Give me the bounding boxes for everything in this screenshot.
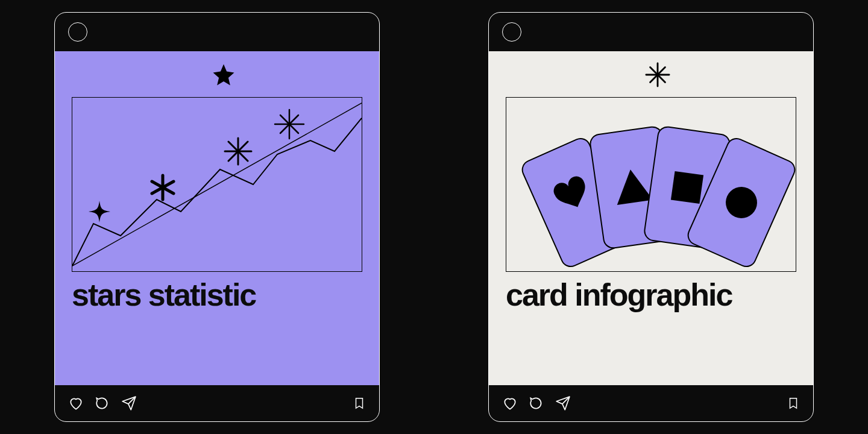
post-stars-statistic: stars statistic bbox=[54, 12, 380, 422]
avatar-placeholder[interactable] bbox=[502, 22, 521, 42]
bookmark-icon[interactable] bbox=[787, 395, 800, 411]
heart-icon[interactable] bbox=[502, 395, 518, 411]
chart-frame bbox=[72, 97, 362, 272]
svg-rect-19 bbox=[671, 171, 703, 204]
star-icon bbox=[68, 62, 379, 87]
cards-frame bbox=[506, 97, 796, 272]
post-logo bbox=[55, 62, 379, 87]
post-header bbox=[489, 13, 813, 51]
line-chart-illustration bbox=[72, 98, 362, 271]
heart-icon[interactable] bbox=[68, 395, 84, 411]
post-logo bbox=[489, 62, 813, 87]
post-body: card infographic bbox=[489, 51, 813, 385]
avatar-placeholder[interactable] bbox=[68, 22, 87, 42]
comment-icon[interactable] bbox=[529, 395, 544, 411]
bookmark-icon[interactable] bbox=[353, 395, 366, 411]
post-footer bbox=[489, 385, 813, 421]
post-body: stars statistic bbox=[55, 51, 379, 385]
card-fan-illustration bbox=[506, 98, 796, 271]
comment-icon[interactable] bbox=[95, 395, 110, 411]
send-icon[interactable] bbox=[121, 395, 137, 411]
post-title: stars statistic bbox=[55, 272, 379, 310]
svg-line-0 bbox=[72, 103, 362, 266]
post-footer bbox=[55, 385, 379, 421]
post-header bbox=[55, 13, 379, 51]
send-icon[interactable] bbox=[555, 395, 571, 411]
post-title: card infographic bbox=[489, 272, 813, 310]
sparkle-icon bbox=[502, 62, 813, 87]
post-card-infographic: card infographic bbox=[488, 12, 814, 422]
